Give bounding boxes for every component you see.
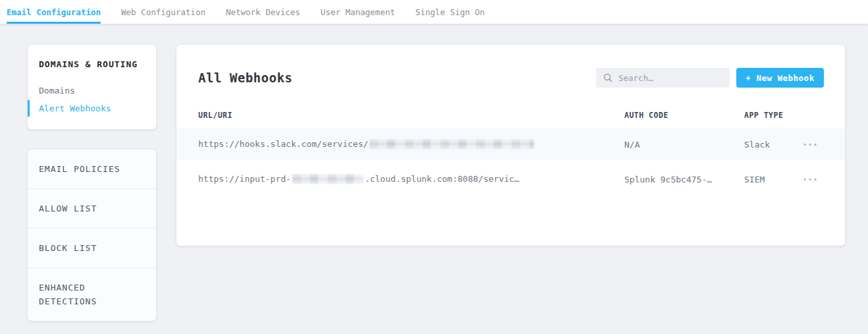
row-menu-button[interactable]: ••• (799, 173, 823, 186)
table-row: https://hooks.slack.com/services/ N/A Sl… (176, 128, 845, 160)
cell-menu: ••• (795, 138, 845, 151)
sidebar-item-alert-webhooks[interactable]: Alert Webhooks (28, 100, 156, 117)
sidebar-item-enhanced-detections[interactable]: ENHANCED DETECTIONS (28, 268, 156, 321)
redacted-url-segment (292, 174, 364, 184)
page-title: All Webhooks (198, 70, 292, 85)
tab-label: User Management (321, 7, 395, 17)
tab-web-configuration[interactable]: Web Configuration (121, 0, 205, 24)
column-header-url: URL/URI (176, 111, 624, 120)
column-header-app-type: APP TYPE (744, 111, 795, 120)
cell-url: https://input-prd-.cloud.splunk.com:8088… (176, 174, 624, 184)
active-tab-indicator (7, 22, 101, 24)
tab-single-sign-on[interactable]: Single Sign On (416, 0, 485, 24)
ellipsis-icon: ••• (803, 141, 819, 148)
table-header-row: URL/URI AUTH CODE APP TYPE (176, 111, 845, 120)
tab-label: Web Configuration (121, 7, 205, 17)
search-icon (603, 73, 612, 82)
cell-menu: ••• (795, 173, 845, 186)
url-suffix: .cloud.splunk.com:8088/servic… (365, 174, 520, 184)
cell-app-type: SIEM (744, 175, 795, 184)
search-box (596, 68, 730, 88)
sidebar-section-title: DOMAINS & ROUTING (28, 59, 156, 69)
sidebar-card-domains-routing: DOMAINS & ROUTING Domains Alert Webhooks (28, 45, 156, 129)
top-nav: Email Configuration Web Configuration Ne… (0, 0, 868, 24)
page: Email Configuration Web Configuration Ne… (0, 0, 868, 334)
search-input[interactable] (618, 73, 722, 83)
cell-auth-code: N/A (624, 140, 744, 150)
sidebar-item-block-list[interactable]: BLOCK LIST (28, 229, 156, 268)
tab-email-configuration[interactable]: Email Configuration (7, 0, 101, 24)
url-prefix: https://input-prd- (198, 174, 291, 184)
url-prefix: https://hooks.slack.com/services/ (198, 139, 368, 149)
cell-app-type: Slack (744, 140, 795, 150)
column-header-auth-code: AUTH CODE (624, 111, 744, 120)
sidebar-item-email-policies[interactable]: EMAIL POLICIES (28, 150, 156, 189)
sidebar-card-sections: EMAIL POLICIES ALLOW LIST BLOCK LIST ENH… (28, 150, 156, 321)
row-menu-button[interactable]: ••• (799, 138, 823, 151)
cell-url: https://hooks.slack.com/services/ (176, 139, 624, 150)
table-body: https://hooks.slack.com/services/ N/A Sl… (176, 128, 845, 198)
new-webhook-button[interactable]: + New Webhook (736, 68, 824, 88)
webhooks-panel: All Webhooks + New Webhook URL/URI AUTH … (176, 45, 845, 246)
tab-label: Single Sign On (416, 7, 485, 17)
tab-label: Network Devices (226, 7, 300, 17)
tab-label: Email Configuration (7, 7, 101, 17)
sidebar-item-allow-list[interactable]: ALLOW LIST (28, 189, 156, 229)
tab-user-management[interactable]: User Management (321, 0, 395, 24)
tab-network-devices[interactable]: Network Devices (226, 0, 300, 24)
table-row: https://input-prd-.cloud.splunk.com:8088… (176, 160, 845, 198)
redacted-url-segment (369, 139, 534, 149)
cell-auth-code: Splunk 9c5bc475-… (624, 175, 744, 184)
ellipsis-icon: ••• (803, 176, 819, 183)
sidebar-item-domains[interactable]: Domains (28, 82, 156, 99)
